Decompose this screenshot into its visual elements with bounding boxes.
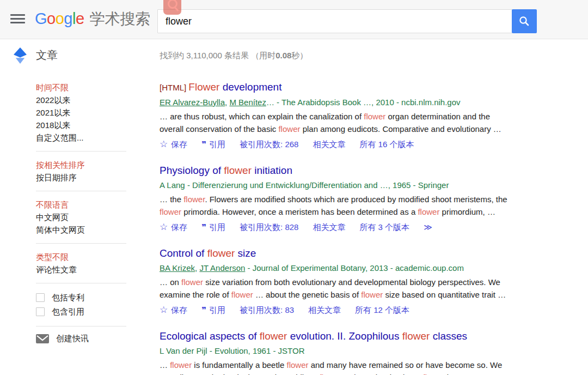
sidebar-filter-item[interactable]: 自定义范围... [36, 131, 139, 144]
save-label: 保存 [171, 221, 187, 233]
google-logo: Google [35, 10, 84, 27]
sidebar-filter-heading[interactable]: 不限语言 [36, 198, 139, 211]
filter-items: 按日期排序 [36, 171, 139, 184]
save-button[interactable]: ☆保存 [160, 138, 187, 150]
result-title[interactable]: Control of flower size [160, 246, 523, 260]
star-icon: ☆ [160, 138, 168, 150]
result-byline: BA Krizek, JT Anderson - Journal of Expe… [160, 263, 523, 273]
checkbox-label: 包含引用 [52, 307, 84, 317]
quote-icon: ❞ [201, 138, 206, 150]
divider [36, 283, 126, 283]
star-icon: ☆ [160, 304, 168, 316]
results-count: 找到约 3,110,000 条结果 [160, 51, 251, 60]
quote-icon: ❞ [201, 221, 206, 233]
sidebar: 时间不限 2022以来2021以来2018以来自定义范围... 按相关性排序 按… [36, 81, 139, 344]
save-label: 保存 [171, 304, 187, 316]
checkbox-row[interactable]: 包含引用 [36, 305, 139, 319]
create-alert-button[interactable]: 创建快讯 [36, 334, 139, 344]
sidebar-filter-sections: 时间不限 2022以来2021以来2018以来自定义范围... 按相关性排序 按… [36, 81, 139, 283]
divider [36, 191, 126, 191]
results-list: [HTML] Flower development ER Alvarez-Buy… [160, 80, 523, 375]
result-byline: ER Alvarez-Buylla, M Benítez… - The Arab… [160, 97, 523, 107]
search-button[interactable] [512, 9, 537, 33]
star-icon: ☆ [160, 221, 168, 233]
search-input[interactable] [157, 9, 512, 33]
result-actions: ☆保存 ❞引用 被引用次数: 268 相关文章 所有 16 个版本 [160, 138, 523, 150]
save-button[interactable]: ☆保存 [160, 304, 187, 316]
sidebar-filter-section: 按相关性排序 按日期排序 [36, 159, 139, 191]
related-articles-link[interactable]: 相关文章 [308, 304, 341, 316]
checkbox-label: 包括专利 [52, 293, 84, 303]
hamburger-menu-icon[interactable] [10, 14, 25, 24]
save-label: 保存 [171, 138, 187, 150]
sidebar-filter-item[interactable]: 中文网页 [36, 211, 139, 223]
quote-icon: ❞ [201, 304, 206, 316]
cite-button[interactable]: ❞引用 [201, 221, 225, 233]
filter-items: 2022以来2021以来2018以来自定义范围... [36, 94, 139, 144]
sidebar-checkboxes: 包括专利 包含引用 [36, 291, 139, 319]
sidebar-filter-section: 类型不限 评论性文章 [36, 251, 139, 283]
author-link[interactable]: JT Anderson [199, 263, 245, 273]
google-scholar-logo[interactable]: Google学术搜索 [35, 9, 151, 29]
cited-by-link[interactable]: 被引用次数: 83 [240, 304, 294, 316]
envelope-icon [36, 334, 49, 343]
versions-link[interactable]: 所有 12 个版本 [355, 304, 409, 316]
save-button[interactable]: ☆保存 [160, 221, 187, 233]
result-actions: ☆保存 ❞引用 被引用次数: 83 相关文章 所有 12 个版本 [160, 304, 523, 316]
sidebar-filter-item[interactable]: 2021以来 [36, 106, 139, 119]
sidebar-filter-item[interactable]: 评论性文章 [36, 263, 139, 276]
related-articles-link[interactable]: 相关文章 [313, 138, 345, 150]
magnifier-icon [518, 15, 530, 27]
search-result: Control of flower size BA Krizek, JT And… [160, 246, 523, 316]
filter-items: 评论性文章 [36, 263, 139, 276]
checkbox[interactable] [36, 293, 45, 302]
versions-link[interactable]: 所有 3 个版本 [359, 221, 409, 233]
versions-link[interactable]: 所有 16 个版本 [359, 138, 414, 150]
result-snippet: … on flower size variation from both evo… [160, 276, 513, 301]
cited-by-link[interactable]: 被引用次数: 268 [240, 138, 298, 150]
top-bar: Google学术搜索 [0, 0, 588, 39]
divider [36, 243, 126, 244]
sidebar-filter-heading[interactable]: 按相关性排序 [36, 159, 139, 171]
result-snippet: … the flower. Flowers are modified shoot… [160, 193, 513, 218]
divider [36, 326, 126, 326]
sidebar-filter-heading[interactable]: 类型不限 [36, 251, 139, 263]
cite-label: 引用 [209, 221, 225, 233]
sidebar-filter-item[interactable]: 按日期排序 [36, 171, 139, 184]
sidebar-filter-section: 时间不限 2022以来2021以来2018以来自定义范围... [36, 81, 139, 152]
filter-items: 中文网页简体中文网页 [36, 211, 139, 236]
sidebar-filter-item[interactable]: 2022以来 [36, 94, 139, 106]
tab-articles: 文章 [36, 48, 58, 63]
search-result: Physiology of flower initiation A Lang -… [160, 164, 523, 233]
author-link[interactable]: M Benítez [229, 98, 266, 107]
scholar-diamond-icon [14, 47, 27, 64]
search-result: Ecological aspects of flower evolution. … [160, 329, 523, 375]
result-title[interactable]: [HTML] Flower development [160, 80, 523, 94]
search-overlay-icon [163, 0, 181, 15]
checkbox-row[interactable]: 包括专利 [36, 291, 139, 305]
result-actions: ☆保存 ❞引用 被引用次数: 828 相关文章 所有 3 个版本 ≫ [160, 221, 523, 233]
related-articles-link[interactable]: 相关文章 [313, 221, 345, 233]
articles-header: 文章 找到约 3,110,000 条结果 （用时0.08秒） [0, 39, 588, 69]
sidebar-filter-item[interactable]: 简体中文网页 [36, 223, 139, 236]
results-stats: 找到约 3,110,000 条结果 （用时0.08秒） [160, 51, 308, 61]
result-title[interactable]: Ecological aspects of flower evolution. … [160, 329, 523, 343]
author-link[interactable]: ER Alvarez-Buylla [160, 98, 225, 107]
cite-label: 引用 [209, 138, 225, 150]
author-link[interactable]: BA Krizek [160, 263, 195, 273]
sidebar-filter-item[interactable]: 2018以来 [36, 119, 139, 131]
cite-button[interactable]: ❞引用 [201, 138, 225, 150]
sidebar-filter-section: 不限语言 中文网页简体中文网页 [36, 198, 139, 244]
result-title[interactable]: Physiology of flower initiation [160, 164, 523, 177]
cite-button[interactable]: ❞引用 [201, 304, 225, 316]
result-byline: L Van der Pijl - Evolution, 1961 - JSTOR [160, 346, 523, 356]
result-byline: A Lang - Differenzierung und Entwicklung… [160, 180, 523, 190]
product-name: 学术搜索 [90, 10, 151, 27]
more-chevrons-icon[interactable]: ≫ [424, 221, 432, 233]
result-snippet: … are thus robust, which can explain the… [160, 110, 513, 135]
sidebar-filter-heading[interactable]: 时间不限 [36, 81, 139, 94]
divider [36, 151, 126, 152]
cited-by-link[interactable]: 被引用次数: 828 [240, 221, 298, 233]
search-time: 0.08 [275, 51, 291, 60]
checkbox[interactable] [36, 307, 45, 316]
